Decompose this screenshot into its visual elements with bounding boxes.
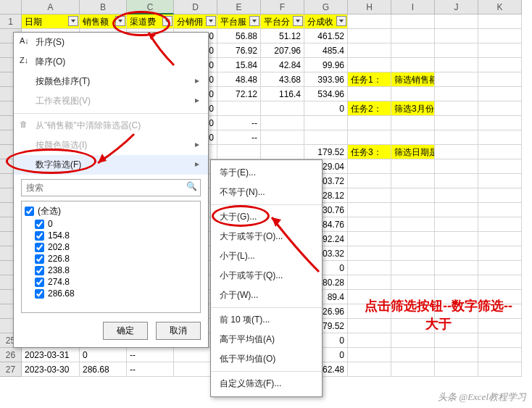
- cell[interactable]: [478, 130, 522, 145]
- cell[interactable]: [348, 232, 391, 246]
- col-B[interactable]: B: [80, 0, 127, 14]
- cell[interactable]: 393.96: [304, 72, 348, 87]
- col-A[interactable]: A: [22, 0, 80, 14]
- filter-dropdown-icon[interactable]: [293, 16, 303, 26]
- cell[interactable]: [391, 188, 435, 203]
- filter-dropdown-icon[interactable]: [68, 16, 78, 26]
- cell[interactable]: [348, 275, 391, 290]
- check-all[interactable]: [25, 207, 34, 216]
- filter-check[interactable]: [35, 243, 44, 252]
- filter-greater-eq[interactable]: 大于或等于(O)...: [211, 227, 322, 246]
- col-H[interactable]: H: [348, 0, 391, 14]
- cell[interactable]: 485.4: [304, 43, 348, 58]
- cell[interactable]: [391, 174, 435, 188]
- hdr-date[interactable]: 日期: [22, 14, 80, 29]
- cell[interactable]: [435, 14, 478, 29]
- cell[interactable]: [478, 43, 522, 58]
- cell[interactable]: [217, 145, 261, 159]
- cell[interactable]: [391, 362, 435, 377]
- cell[interactable]: [435, 130, 478, 145]
- cell[interactable]: 任务2：: [348, 101, 391, 116]
- cell[interactable]: 0: [80, 348, 127, 362]
- filter-check[interactable]: [35, 266, 44, 275]
- cell[interactable]: [478, 116, 522, 130]
- cell[interactable]: [261, 116, 304, 130]
- cell[interactable]: [478, 348, 522, 362]
- filter-check[interactable]: [35, 231, 44, 241]
- cell[interactable]: [478, 275, 522, 290]
- row-1[interactable]: 1: [0, 14, 22, 29]
- cell[interactable]: [435, 275, 478, 290]
- col-J[interactable]: J: [435, 0, 478, 14]
- cell[interactable]: [391, 261, 435, 275]
- filter-less-eq[interactable]: 小于或等于(Q)...: [211, 266, 322, 286]
- cell[interactable]: [435, 217, 478, 232]
- cell[interactable]: [478, 58, 522, 72]
- filter-check[interactable]: [35, 220, 44, 229]
- row-head[interactable]: 26: [0, 348, 22, 362]
- cell[interactable]: [391, 232, 435, 246]
- hdr-platserv[interactable]: 平台服: [217, 14, 261, 29]
- cell[interactable]: [478, 188, 522, 203]
- cell[interactable]: 2023-03-31: [22, 348, 80, 362]
- filter-between[interactable]: 介于(W)...: [211, 286, 322, 305]
- cell[interactable]: [261, 130, 304, 145]
- cell[interactable]: [478, 101, 522, 116]
- cell[interactable]: [348, 116, 391, 130]
- filter-check[interactable]: [35, 254, 44, 264]
- cell[interactable]: [478, 87, 522, 101]
- cell[interactable]: --: [127, 348, 174, 362]
- cell[interactable]: [391, 159, 435, 174]
- cell[interactable]: [391, 348, 435, 362]
- cell[interactable]: [348, 362, 391, 377]
- cell[interactable]: [348, 333, 391, 348]
- cell[interactable]: 72.12: [217, 87, 261, 101]
- cell[interactable]: [391, 333, 435, 348]
- cell[interactable]: [435, 58, 478, 72]
- cell[interactable]: [478, 246, 522, 261]
- filter-check[interactable]: [35, 278, 44, 287]
- cell[interactable]: [435, 232, 478, 246]
- cell[interactable]: [478, 261, 522, 275]
- cell[interactable]: [391, 29, 435, 43]
- cell[interactable]: 51.12: [261, 29, 304, 43]
- filter-dropdown-icon[interactable]: [162, 16, 173, 26]
- cell[interactable]: 48.48: [217, 72, 261, 87]
- col-F[interactable]: F: [261, 0, 304, 14]
- sort-by-color[interactable]: 按颜色排序(T): [14, 72, 208, 91]
- filter-below-avg[interactable]: 低于平均值(O): [211, 349, 322, 369]
- cell[interactable]: [435, 348, 478, 362]
- cell[interactable]: [348, 29, 391, 43]
- cell[interactable]: 99.96: [304, 58, 348, 72]
- cell[interactable]: [435, 174, 478, 188]
- filter-by-color[interactable]: 按颜色筛选(I): [14, 136, 208, 155]
- cell[interactable]: [391, 217, 435, 232]
- cell[interactable]: 筛选3月份的数据: [391, 101, 435, 116]
- sort-desc[interactable]: Z↓降序(O): [14, 52, 208, 72]
- cell[interactable]: [391, 43, 435, 58]
- cell[interactable]: [478, 145, 522, 159]
- cell[interactable]: [348, 246, 391, 261]
- col-I[interactable]: I: [391, 0, 435, 14]
- cell[interactable]: 207.96: [261, 43, 304, 58]
- cell[interactable]: 任务1：: [348, 72, 391, 87]
- cell[interactable]: [348, 159, 391, 174]
- row-head[interactable]: 27: [0, 362, 22, 377]
- cell[interactable]: [478, 333, 522, 348]
- filter-not-equals[interactable]: 不等于(N)...: [211, 183, 322, 202]
- cell[interactable]: [348, 87, 391, 101]
- cell[interactable]: [435, 203, 478, 217]
- sort-asc[interactable]: A↓升序(S): [14, 33, 208, 52]
- cell[interactable]: [348, 261, 391, 275]
- cell[interactable]: 42.84: [261, 58, 304, 72]
- cell[interactable]: [391, 203, 435, 217]
- cell[interactable]: [391, 130, 435, 145]
- filter-dropdown-icon[interactable]: [336, 16, 346, 26]
- cell[interactable]: 179.52: [304, 145, 348, 159]
- cell[interactable]: [435, 145, 478, 159]
- cell[interactable]: --: [217, 130, 261, 145]
- cell[interactable]: [348, 43, 391, 58]
- cell[interactable]: [435, 72, 478, 87]
- cell[interactable]: [391, 58, 435, 72]
- cell[interactable]: 56.88: [217, 29, 261, 43]
